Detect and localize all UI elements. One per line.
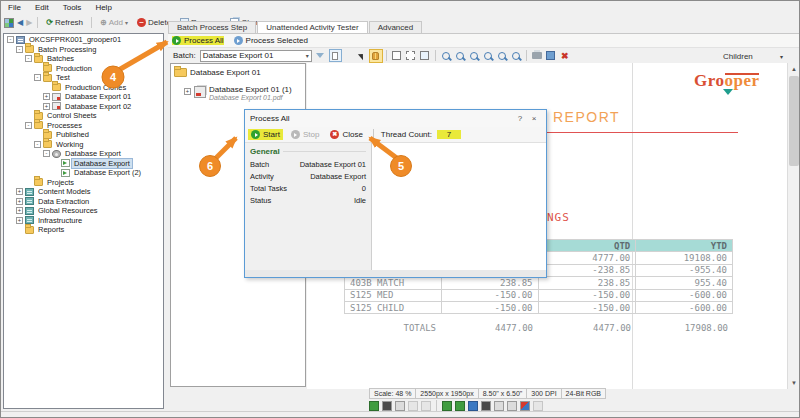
zoom-in-icon[interactable] [440, 50, 452, 62]
export-icon[interactable] [545, 50, 557, 62]
zoom-page-icon[interactable] [419, 50, 431, 62]
expand-icon[interactable]: + [43, 93, 50, 100]
dialog-close-icon[interactable]: × [527, 114, 541, 123]
clear-red-icon[interactable]: ✖ [559, 50, 571, 62]
expand-icon[interactable]: + [16, 217, 23, 224]
tree-item[interactable]: -Batch Processing [4, 45, 163, 55]
add-region-icon[interactable] [391, 50, 403, 62]
expand-icon[interactable]: + [16, 198, 23, 205]
invert-icon[interactable] [481, 401, 491, 411]
batch-select[interactable]: Database Export 01▾ [200, 50, 312, 62]
tab-unattended-activity-tester[interactable]: Unattended Activity Tester [257, 21, 367, 33]
tree-item[interactable]: +Content Models [4, 187, 163, 197]
tree-item[interactable]: -Test [4, 73, 163, 83]
menu-file[interactable]: File [1, 1, 28, 14]
collapse-icon[interactable]: - [7, 36, 14, 43]
view-gray-icon[interactable] [395, 401, 405, 411]
menu-help[interactable]: Help [88, 1, 118, 14]
tree-item[interactable]: Reports [4, 225, 163, 235]
copy-region-icon[interactable] [507, 401, 517, 411]
collapse-icon[interactable]: - [25, 55, 32, 62]
property-row[interactable]: Total Tasks0 [250, 184, 366, 196]
report-column-header: QTD [538, 240, 636, 252]
refresh-button[interactable]: ⟳Refresh [43, 17, 86, 28]
tree-item[interactable]: Production Clones [4, 83, 163, 93]
property-row[interactable]: StatusIdle [250, 196, 366, 208]
print-icon[interactable] [531, 50, 543, 62]
tree-item[interactable]: +Database Export 02 [4, 102, 163, 112]
thread-count-input[interactable]: 7 [437, 130, 461, 139]
tree-item[interactable]: Database Export (2) [4, 168, 163, 178]
process-selected-button[interactable]: Process Selected [234, 36, 308, 45]
tree-item-label: Working [54, 140, 85, 149]
tree-item[interactable]: Published [4, 130, 163, 140]
collapse-icon[interactable]: - [34, 74, 41, 81]
tree-item[interactable]: Production [4, 64, 163, 74]
scrollbar-thumb[interactable] [789, 76, 799, 166]
crop-icon[interactable] [494, 401, 504, 411]
scroll-up-icon[interactable]: ▲ [788, 63, 800, 75]
batch-document-row[interactable]: + Database Export 01 (1) Database Export… [184, 85, 302, 101]
zoom-height-icon[interactable] [510, 50, 522, 62]
expand-icon[interactable]: + [43, 103, 50, 110]
filter-icon[interactable] [315, 50, 326, 61]
undo-icon[interactable] [533, 401, 543, 411]
children-dropdown[interactable]: Children▾ [720, 50, 786, 62]
property-row[interactable]: BatchDatabase Export 01 [250, 160, 366, 172]
dialog-titlebar[interactable]: Process All ? × [245, 110, 546, 127]
close-button[interactable]: ✖Close [327, 129, 365, 140]
tree-item[interactable]: -Working [4, 140, 163, 150]
collapse-icon[interactable]: - [34, 141, 41, 148]
expand-icon[interactable]: + [16, 188, 23, 195]
forward-button[interactable]: ▶ [26, 18, 32, 27]
tab-advanced[interactable]: Advanced [369, 21, 423, 33]
tree-item[interactable]: +Global Resources [4, 206, 163, 216]
color-adjust-icon[interactable] [520, 401, 530, 411]
collapse-icon[interactable]: - [16, 46, 23, 53]
view-dark-icon[interactable] [382, 401, 392, 411]
tree-item[interactable]: Database Export [4, 159, 163, 169]
zoom-selection-icon[interactable] [468, 50, 480, 62]
start-button[interactable]: Start [248, 129, 283, 140]
zoom-width-icon[interactable] [496, 50, 508, 62]
menu-tools[interactable]: Tools [56, 1, 89, 14]
tree-item[interactable]: +Data Extraction [4, 197, 163, 207]
add-button[interactable]: ⊕Add▾ [97, 17, 131, 28]
dialog-help-button[interactable]: ? [513, 114, 527, 123]
process-all-button[interactable]: Process All [172, 36, 224, 45]
rotate-right-icon[interactable] [455, 401, 465, 411]
back-button[interactable]: ◀ [17, 18, 23, 27]
flip-icon[interactable] [468, 401, 478, 411]
page-view-toggle[interactable] [329, 49, 342, 62]
vertical-scrollbar[interactable]: ▲ ▼ [787, 63, 799, 389]
tree-item[interactable]: Control Sheets [4, 111, 163, 121]
zoom-fit-icon[interactable] [482, 50, 494, 62]
expand-icon[interactable]: + [184, 88, 191, 95]
tree-item[interactable]: -Database Export [4, 149, 163, 159]
rotate-left-icon[interactable] [442, 401, 452, 411]
app-grid-icon[interactable] [4, 18, 14, 28]
menu-edit[interactable]: Edit [28, 1, 56, 14]
tree-item[interactable]: -Processes [4, 121, 163, 131]
expand-icon[interactable]: + [16, 207, 23, 214]
report-cell: -600.00 [636, 301, 733, 313]
menu-bar: File Edit Tools Help [1, 1, 800, 14]
collapse-icon[interactable]: - [43, 150, 50, 157]
tree-item[interactable]: -Batches [4, 54, 163, 64]
tab-batch-process-step[interactable]: Batch Process Step [168, 21, 256, 33]
pan-hand-icon[interactable] [370, 50, 382, 62]
expand-disabled-icon[interactable] [408, 401, 418, 411]
tree-item[interactable]: +Database Export 01 [4, 92, 163, 102]
batch-folder-row[interactable]: Database Export 01 [174, 68, 302, 77]
collapse-icon[interactable]: - [25, 122, 32, 129]
scroll-down-icon[interactable]: ▼ [788, 377, 800, 389]
tree-item[interactable]: Projects [4, 178, 163, 188]
view-image-icon[interactable] [369, 401, 379, 411]
stop-button[interactable]: Stop [288, 129, 322, 140]
report-totals-row: TOTALS4477.004477.0017908.00 [344, 323, 733, 333]
close-disabled-icon[interactable] [421, 401, 431, 411]
property-row[interactable]: ActivityDatabase Export [250, 172, 366, 184]
select-pointer-icon[interactable] [356, 50, 368, 62]
zoom-out-icon[interactable] [454, 50, 466, 62]
zoom-rect-icon[interactable] [405, 50, 417, 62]
